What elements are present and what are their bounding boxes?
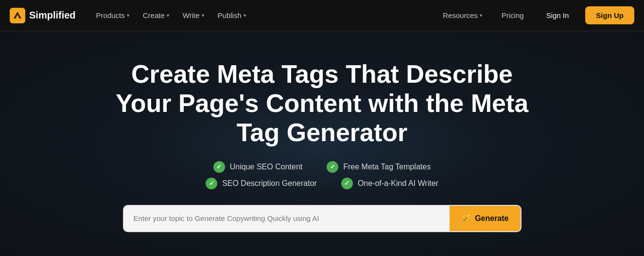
check-icon <box>341 178 353 189</box>
feature-item-2: Free Meta Tag Templates <box>327 161 431 173</box>
chevron-down-icon: ▾ <box>167 13 169 18</box>
check-icon <box>213 161 225 173</box>
generate-button[interactable]: 🪄 Generate <box>450 206 520 231</box>
nav-item-products[interactable]: Products ▾ <box>90 7 135 23</box>
feature-item-3: SEO Description Generator <box>206 178 317 189</box>
signin-button[interactable]: Sign In <box>538 7 578 23</box>
feature-item-4: One-of-a-Kind AI Writer <box>341 178 438 189</box>
check-icon <box>206 178 217 189</box>
chevron-down-icon: ▾ <box>244 13 246 18</box>
nav-right: Resources ▾ Pricing Sign In Sign Up <box>437 6 634 24</box>
hero-title: Create Meta Tags That Describe Your Page… <box>104 60 541 147</box>
nav-item-create[interactable]: Create ▾ <box>137 7 175 23</box>
chevron-down-icon: ▾ <box>202 13 204 18</box>
chevron-down-icon: ▾ <box>127 13 129 18</box>
nav-item-resources[interactable]: Resources ▾ <box>437 7 488 23</box>
topic-input[interactable] <box>124 214 450 222</box>
nav-item-publish[interactable]: Publish ▾ <box>212 7 252 23</box>
logo-icon <box>10 8 25 23</box>
check-icon <box>327 161 338 173</box>
nav-links: Products ▾ Create ▾ Write ▾ Publish ▾ <box>90 7 437 23</box>
signup-button[interactable]: Sign Up <box>585 6 634 24</box>
chevron-down-icon: ▾ <box>480 13 482 18</box>
features-row-2: SEO Description Generator One-of-a-Kind … <box>206 178 438 189</box>
feature-item-1: Unique SEO Content <box>213 161 302 173</box>
logo-link[interactable]: Simplified <box>10 8 76 23</box>
navbar: Simplified Products ▾ Create ▾ Write ▾ P… <box>0 0 644 31</box>
brand-name: Simplified <box>29 10 76 21</box>
input-bar: 🪄 Generate <box>123 205 522 232</box>
nav-item-pricing[interactable]: Pricing <box>496 7 530 23</box>
features-grid: Unique SEO Content Free Meta Tag Templat… <box>206 161 438 189</box>
wand-icon: 🪄 <box>461 214 471 223</box>
features-row-1: Unique SEO Content Free Meta Tag Templat… <box>206 161 438 173</box>
nav-item-write[interactable]: Write ▾ <box>177 7 210 23</box>
hero-section: Create Meta Tags That Describe Your Page… <box>0 31 644 256</box>
